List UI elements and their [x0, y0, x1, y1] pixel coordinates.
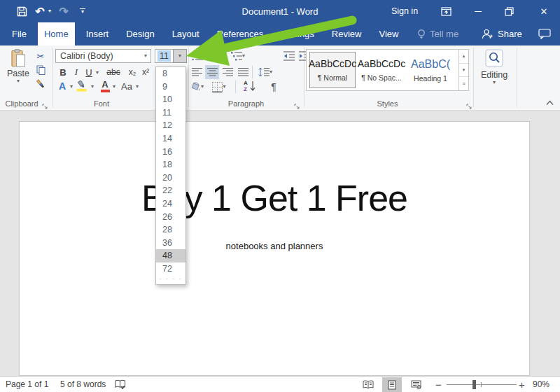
zoom-out-button[interactable]: − [435, 377, 442, 392]
save-button[interactable] [13, 0, 31, 22]
bold-button[interactable]: B [57, 66, 69, 78]
font-size-option-22[interactable]: 22 [156, 184, 186, 197]
font-size-option-48[interactable]: 48 [156, 249, 186, 262]
paste-button[interactable]: Paste ▾ [4, 49, 32, 94]
sign-in-button[interactable]: Sign in [384, 0, 426, 22]
style-scroll-up[interactable]: ▴ [459, 50, 468, 64]
dialog-launcher-icon [294, 104, 300, 110]
align-center-button[interactable] [205, 65, 219, 79]
document-title-text[interactable]: Buy 1 Get 1 Free [20, 177, 529, 219]
customize-quick-access-button[interactable]: ▾ [76, 0, 90, 22]
styles-dialog-launcher[interactable] [466, 100, 473, 107]
tab-view[interactable]: View [372, 22, 405, 46]
page-count[interactable]: Page 1 of 1 [6, 377, 48, 392]
shading-button[interactable]: ▾ [188, 80, 206, 93]
align-right-button[interactable] [221, 66, 234, 78]
ribbon-display-options-button[interactable] [435, 0, 456, 22]
change-case-button[interactable]: Aa [119, 80, 134, 92]
zoom-level[interactable]: 90% [533, 377, 550, 392]
tab-design[interactable]: Design [120, 22, 160, 46]
clipboard-dialog-launcher[interactable] [42, 100, 49, 107]
style-scroll-down[interactable]: ▾ [459, 64, 468, 78]
font-size-option-10[interactable]: 10 [156, 93, 186, 106]
decrease-indent-button[interactable] [283, 50, 295, 62]
superscript-button[interactable]: x² [139, 66, 152, 78]
font-size-option-11[interactable]: 11 [156, 106, 186, 120]
strikethrough-button[interactable]: abc [104, 66, 123, 78]
justify-button[interactable] [237, 66, 250, 78]
editing-button[interactable]: Editing ▾ [477, 49, 511, 94]
style-gallery-more[interactable]: ≡ [459, 77, 468, 90]
font-size-option-72[interactable]: 72 [156, 262, 186, 276]
proofing-status-button[interactable] [115, 377, 126, 392]
font-name-combobox[interactable]: Calibri (Body) ▾ [55, 49, 151, 63]
tab-references[interactable]: References [211, 22, 270, 46]
undo-button[interactable]: ↶ [32, 0, 48, 22]
share-button[interactable]: Share [482, 22, 522, 46]
font-size-dropdown-button[interactable]: ▾ [173, 49, 187, 63]
redo-button[interactable]: ↷ [56, 0, 71, 22]
font-size-option-28[interactable]: 28 [156, 223, 186, 237]
minimize-button[interactable] [468, 0, 489, 22]
multilevel-list-button[interactable]: ▾ [230, 50, 246, 62]
undo-dropdown[interactable]: ▾ [46, 0, 53, 22]
show-formatting-button[interactable]: ¶ [267, 80, 280, 94]
font-size-option-16[interactable]: 16 [156, 146, 186, 159]
font-size-option-24[interactable]: 24 [156, 197, 186, 211]
paragraph-dialog-launcher[interactable] [294, 100, 301, 107]
restore-button[interactable] [498, 0, 519, 22]
tab-review[interactable]: Review [326, 22, 368, 46]
underline-button[interactable]: U [84, 66, 94, 78]
word-count[interactable]: 5 of 8 words [60, 377, 106, 392]
highlight-dropdown[interactable]: ▾ [89, 83, 96, 91]
zoom-in-button[interactable]: + [519, 377, 525, 392]
align-left-button[interactable] [190, 66, 204, 78]
line-spacing-button[interactable]: ▾ [256, 66, 274, 78]
font-size-option-20[interactable]: 20 [156, 172, 186, 185]
tab-file[interactable]: File [6, 22, 33, 46]
print-layout-button[interactable] [382, 377, 402, 392]
bullets-button[interactable]: ▾ [190, 50, 207, 62]
style-heading-1[interactable]: AaBbC(Heading 1 [407, 52, 454, 88]
font-size-combobox[interactable]: 11 [155, 49, 174, 63]
style--normal[interactable]: AaBbCcDc¶ Normal [309, 52, 356, 88]
zoom-slider-thumb[interactable] [472, 380, 476, 389]
tab-layout[interactable]: Layout [166, 22, 206, 46]
font-size-option-12[interactable]: 12 [156, 119, 186, 132]
underline-dropdown[interactable]: ▾ [94, 69, 101, 77]
font-color-dropdown[interactable]: ▾ [111, 83, 118, 91]
font-size-option-14[interactable]: 14 [156, 132, 186, 146]
font-size-option-9[interactable]: 9 [156, 80, 186, 94]
tab-home[interactable]: Home [38, 22, 75, 46]
italic-button[interactable]: I [71, 66, 81, 78]
collapse-ribbon-button[interactable] [543, 98, 556, 108]
numbering-button[interactable]: ▾ [210, 50, 227, 62]
zoom-slider-track[interactable] [447, 384, 517, 385]
highlight-color-button[interactable] [76, 80, 88, 92]
document-subtitle-text[interactable]: notebooks and planners [20, 241, 529, 251]
font-size-option-18[interactable]: 18 [156, 158, 186, 172]
dropdown-resize-grip[interactable]: · · · · [156, 276, 186, 282]
font-size-option-36[interactable]: 36 [156, 237, 186, 250]
text-effects-dropdown[interactable]: ▾ [68, 83, 75, 91]
comments-button[interactable] [533, 22, 556, 46]
subscript-button[interactable]: x₂ [126, 66, 139, 78]
style--no-spac-[interactable]: AaBbCcDc¶ No Spac... [358, 52, 405, 88]
change-case-dropdown[interactable]: ▾ [134, 83, 141, 91]
document-page[interactable]: Buy 1 Get 1 Free notebooks and planners [19, 121, 530, 376]
cut-button[interactable]: ✂ [34, 50, 48, 62]
tell-me-button[interactable]: Tell me [417, 22, 458, 46]
tab-mailings[interactable]: Mailings [274, 22, 321, 46]
font-color-button[interactable]: A [99, 80, 111, 92]
text-effects-button[interactable]: A [56, 80, 69, 92]
font-size-option-26[interactable]: 26 [156, 211, 186, 224]
read-mode-button[interactable] [358, 377, 378, 392]
close-button[interactable]: ✕ [532, 0, 556, 22]
font-size-option-8[interactable]: 8 [156, 67, 186, 80]
format-painter-button[interactable] [34, 78, 48, 90]
tab-insert[interactable]: Insert [80, 22, 115, 46]
copy-button[interactable] [34, 64, 48, 76]
web-layout-button[interactable] [406, 377, 426, 392]
sort-button[interactable]: A Z [242, 80, 259, 94]
borders-button[interactable]: ▾ [210, 80, 228, 93]
